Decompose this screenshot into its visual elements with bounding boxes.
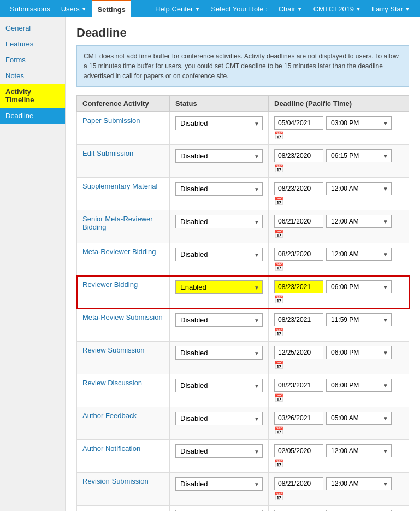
table-row: Author FeedbackDisabledEnabled05:00 AM📅: [77, 407, 409, 440]
time-select-2[interactable]: 12:00 AM: [326, 182, 392, 195]
table-row: Review DiscussionDisabledEnabled06:00 PM…: [77, 374, 409, 407]
calendar-icon-1[interactable]: 📅: [274, 164, 283, 173]
status-select-9[interactable]: DisabledEnabled: [175, 412, 263, 425]
status-select-3[interactable]: DisabledEnabled: [175, 215, 263, 228]
date-input-1[interactable]: [274, 149, 323, 162]
users-arrow-icon: ▼: [81, 6, 87, 12]
calendar-icon-4[interactable]: 📅: [274, 262, 283, 271]
table-row: Author NotificationDisabledEnabled12:00 …: [77, 440, 409, 473]
activity-name-3: Senior Meta-Reviewer Bidding: [82, 215, 153, 231]
status-select-7[interactable]: DisabledEnabled: [175, 346, 263, 360]
status-select-11[interactable]: DisabledEnabled: [175, 477, 263, 491]
calendar-icon-5[interactable]: 📅: [274, 295, 283, 304]
calendar-icon-10[interactable]: 📅: [274, 459, 283, 468]
calendar-icon-11[interactable]: 📅: [274, 492, 283, 501]
activity-name-1: Edit Submission: [82, 149, 133, 157]
calendar-icon-9[interactable]: 📅: [274, 426, 283, 435]
date-input-4[interactable]: [274, 248, 323, 261]
date-input-3[interactable]: [274, 215, 323, 228]
chair-arrow-icon: ▼: [297, 6, 303, 12]
table-row: Meta-Reviewer BiddingDisabledEnabled12:0…: [77, 243, 409, 276]
sidebar-item-features[interactable]: Features: [0, 36, 65, 52]
table-row: Camera Ready SubmissionDisabledEnabled06…: [77, 506, 409, 512]
calendar-icon-7[interactable]: 📅: [274, 361, 283, 369]
calendar-icon-6[interactable]: 📅: [274, 328, 283, 337]
calendar-icon-8[interactable]: 📅: [274, 393, 283, 402]
date-input-11[interactable]: [274, 477, 323, 490]
table-row: Reviewer BiddingDisabledEnabled06:00 PM📅: [77, 276, 409, 309]
date-input-2[interactable]: [274, 182, 323, 195]
table-row: Paper SubmissionDisabledEnabled03:00 PM📅: [77, 112, 409, 145]
time-select-11[interactable]: 12:00 AM: [326, 477, 392, 490]
activity-name-9: Author Feedback: [82, 412, 137, 420]
page-title: Deadline: [76, 26, 409, 40]
time-select-6[interactable]: 11:59 PM: [326, 313, 392, 326]
status-select-8[interactable]: DisabledEnabled: [175, 379, 263, 392]
user-arrow-icon: ▼: [405, 6, 410, 12]
top-navigation: Submissions Users ▼ Settings Help Center…: [0, 0, 420, 17]
sidebar-item-general[interactable]: General: [0, 20, 65, 36]
table-row: Revision SubmissionDisabledEnabled12:00 …: [77, 473, 409, 506]
date-input-8[interactable]: [274, 379, 323, 392]
conf-arrow-icon: ▼: [356, 6, 361, 12]
time-select-0[interactable]: 03:00 PM: [326, 116, 392, 130]
date-input-5[interactable]: [274, 280, 323, 293]
info-text: CMT does not add time buffer for confere…: [84, 52, 399, 80]
status-select-5[interactable]: DisabledEnabled: [175, 280, 263, 294]
table-row: Senior Meta-Reviewer BiddingDisabledEnab…: [77, 210, 409, 243]
activity-name-0: Paper Submission: [82, 116, 140, 125]
help-arrow-icon: ▼: [194, 6, 200, 12]
nav-conference[interactable]: CMTCT2019 ▼: [308, 0, 366, 17]
sidebar-item-deadline[interactable]: Deadline: [0, 108, 65, 124]
sidebar-item-forms[interactable]: Forms: [0, 52, 65, 68]
time-select-5[interactable]: 06:00 PM: [326, 280, 392, 293]
sidebar-item-notes[interactable]: Notes: [0, 68, 65, 84]
status-select-4[interactable]: DisabledEnabled: [175, 248, 263, 261]
date-input-6[interactable]: [274, 313, 323, 326]
nav-submissions[interactable]: Submissions: [4, 0, 56, 17]
status-select-2[interactable]: DisabledEnabled: [175, 182, 263, 196]
col-header-status: Status: [170, 96, 269, 112]
date-input-9[interactable]: [274, 412, 323, 425]
col-header-deadline: Deadline (Pacific Time): [269, 96, 409, 112]
date-input-10[interactable]: [274, 444, 323, 457]
activity-name-10: Author Notification: [82, 444, 140, 453]
status-select-1[interactable]: DisabledEnabled: [175, 149, 263, 163]
status-select-10[interactable]: DisabledEnabled: [175, 444, 263, 458]
deadline-table: Conference Activity Status Deadline (Pac…: [76, 95, 409, 511]
activity-name-11: Revision Submission: [82, 477, 149, 485]
status-select-0[interactable]: DisabledEnabled: [175, 116, 263, 130]
time-select-1[interactable]: 06:15 PM: [326, 149, 392, 162]
nav-role-chair[interactable]: Chair ▼: [273, 0, 308, 17]
main-content: Deadline CMT does not add time buffer fo…: [66, 17, 420, 511]
table-row: Review SubmissionDisabledEnabled06:00 PM…: [77, 342, 409, 374]
calendar-icon-2[interactable]: 📅: [274, 197, 283, 205]
nav-select-role-label: Select Your Role :: [205, 0, 273, 17]
time-select-3[interactable]: 12:00 AM: [326, 215, 392, 228]
col-header-activity: Conference Activity: [77, 96, 170, 112]
table-row: Meta-Review SubmissionDisabledEnabled11:…: [77, 309, 409, 342]
sidebar: General Features Forms Notes Activity Ti…: [0, 17, 66, 511]
table-row: Supplementary MaterialDisabledEnabled12:…: [77, 178, 409, 210]
time-select-4[interactable]: 12:00 AM: [326, 248, 392, 261]
nav-help-center[interactable]: Help Center ▼: [150, 0, 205, 17]
time-select-9[interactable]: 05:00 AM: [326, 412, 392, 425]
calendar-icon-3[interactable]: 📅: [274, 230, 283, 238]
nav-users[interactable]: Users ▼: [56, 0, 92, 17]
activity-name-7: Review Submission: [82, 346, 144, 354]
info-box: CMT does not add time buffer for confere…: [76, 45, 409, 87]
nav-settings[interactable]: Settings: [92, 0, 131, 17]
activity-name-4: Meta-Reviewer Bidding: [82, 248, 156, 256]
activity-name-2: Supplementary Material: [82, 182, 157, 190]
calendar-icon-0[interactable]: 📅: [274, 131, 283, 140]
date-input-7[interactable]: [274, 346, 323, 359]
sidebar-item-activity-timeline[interactable]: Activity Timeline: [0, 84, 65, 108]
activity-name-8: Review Discussion: [82, 379, 142, 387]
date-input-0[interactable]: [274, 116, 323, 130]
activity-name-6: Meta-Review Submission: [82, 313, 163, 321]
time-select-10[interactable]: 12:00 AM: [326, 444, 392, 457]
time-select-7[interactable]: 06:00 PM: [326, 346, 392, 359]
time-select-8[interactable]: 06:00 PM: [326, 379, 392, 392]
nav-user[interactable]: Larry Star ▼: [366, 0, 416, 17]
status-select-6[interactable]: DisabledEnabled: [175, 313, 263, 327]
